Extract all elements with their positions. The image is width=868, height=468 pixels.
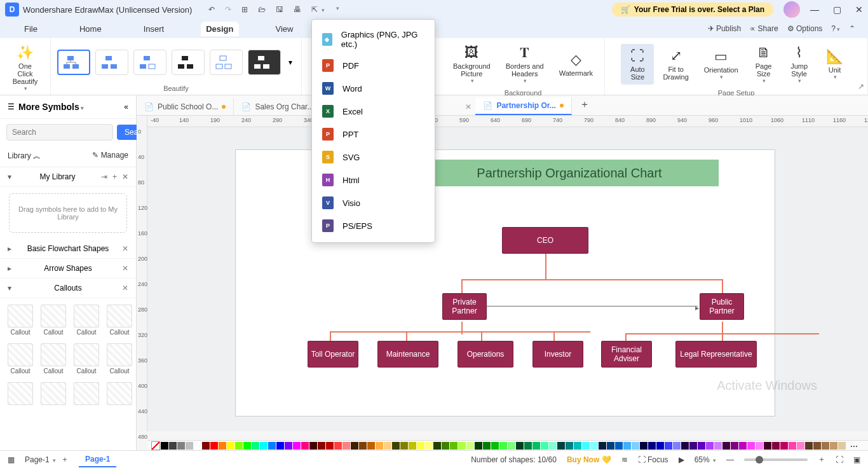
color-swatch[interactable]: [698, 442, 705, 450]
callout-item[interactable]: Callout: [5, 302, 36, 338]
node-maintenance[interactable]: Maintenance: [377, 341, 438, 368]
add-page-button[interactable]: ＋: [61, 454, 69, 465]
theme-more-icon[interactable]: ▾: [288, 58, 292, 67]
color-swatch[interactable]: [797, 442, 804, 450]
minimize-icon[interactable]: —: [810, 4, 819, 15]
color-swatch[interactable]: [665, 442, 672, 450]
close-tab-icon[interactable]: ✕: [461, 99, 475, 115]
fullscreen-icon[interactable]: ▣: [853, 455, 860, 464]
color-swatch[interactable]: [706, 442, 714, 450]
save-icon[interactable]: 🖫: [276, 5, 283, 14]
color-swatch[interactable]: [731, 442, 738, 450]
color-swatch[interactable]: [417, 442, 424, 450]
add-tab-button[interactable]: ＋: [572, 94, 597, 115]
undo-icon[interactable]: ↶: [208, 5, 215, 14]
search-input[interactable]: [6, 124, 113, 141]
color-swatch[interactable]: [442, 442, 449, 450]
open-icon[interactable]: 🗁: [258, 5, 266, 14]
color-swatch[interactable]: [433, 442, 441, 450]
page-size-button[interactable]: 🗎Page Size ▾: [747, 41, 780, 88]
color-swatch[interactable]: [549, 442, 557, 450]
menu-file[interactable]: File: [19, 22, 43, 36]
color-swatch[interactable]: [219, 442, 226, 450]
color-swatch[interactable]: [334, 442, 342, 450]
node-operations[interactable]: Operations: [458, 341, 513, 368]
color-swatch[interactable]: [425, 442, 433, 450]
color-swatch[interactable]: [309, 442, 317, 450]
color-swatch[interactable]: [326, 442, 334, 450]
color-swatch[interactable]: [599, 442, 606, 450]
color-swatch[interactable]: [789, 442, 796, 450]
color-swatch[interactable]: [805, 442, 813, 450]
color-swatch[interactable]: [210, 442, 218, 450]
collapse-sidebar-icon[interactable]: «: [124, 102, 128, 111]
layers-icon[interactable]: ≋: [621, 455, 628, 464]
color-swatch[interactable]: [491, 442, 499, 450]
publish-button[interactable]: ✈ Publish: [708, 24, 742, 33]
callout-item[interactable]: Callout: [71, 341, 102, 377]
color-swatch[interactable]: [681, 442, 689, 450]
menu-insert[interactable]: Insert: [139, 22, 170, 36]
color-swatch[interactable]: [623, 442, 631, 450]
node-legal-rep[interactable]: Legal Representative: [675, 341, 757, 368]
color-swatch[interactable]: [532, 442, 540, 450]
color-swatch[interactable]: [607, 442, 614, 450]
color-swatch[interactable]: [640, 442, 648, 450]
callout-item[interactable]: Callout: [38, 302, 69, 338]
color-swatch[interactable]: [582, 442, 590, 450]
doc-tab-1[interactable]: 📄Public School O...: [137, 99, 234, 115]
color-swatch[interactable]: [714, 442, 722, 450]
color-swatch[interactable]: [813, 442, 821, 450]
focus-button[interactable]: ⛶ Focus: [638, 455, 668, 464]
export-ppt[interactable]: PPPT: [312, 123, 435, 146]
color-swatch[interactable]: [747, 442, 755, 450]
chart-title[interactable]: Partnership Organizational Chart: [420, 160, 719, 186]
import-icon[interactable]: ⇥: [101, 172, 107, 181]
basic-flowchart-section[interactable]: Basic Flowchart Shapes✕: [0, 239, 136, 259]
export-visio[interactable]: VVisio: [312, 191, 435, 214]
color-swatch[interactable]: [227, 442, 234, 450]
one-click-beautify-button[interactable]: ✨One Click Beautify ▾: [5, 41, 45, 95]
page-selector[interactable]: Page-1 ▾: [25, 455, 56, 464]
color-swatch[interactable]: [541, 442, 548, 450]
color-swatch[interactable]: [458, 442, 466, 450]
arrow-shapes-section[interactable]: Arrow Shapes✕: [0, 259, 136, 279]
color-swatch[interactable]: [483, 442, 491, 450]
layout-icon[interactable]: ▦: [8, 455, 15, 464]
color-swatch[interactable]: [293, 442, 301, 450]
color-swatch[interactable]: [673, 442, 681, 450]
canvas[interactable]: Partnership Organizational Chart ▸ CEO P…: [147, 127, 868, 431]
callout-item[interactable]: Callout: [104, 302, 135, 338]
export-html[interactable]: HHtml: [312, 169, 435, 191]
color-swatch[interactable]: [566, 442, 573, 450]
page-tab-1[interactable]: Page-1: [79, 452, 116, 467]
doc-tab-3[interactable]: 📄Partnership Or...: [475, 97, 571, 115]
color-swatch[interactable]: [268, 442, 276, 450]
no-color-swatch[interactable]: [151, 441, 160, 450]
node-private-partner[interactable]: Private Partner: [442, 293, 487, 320]
unit-button[interactable]: 📐Unit ▾: [818, 45, 851, 84]
color-swatch[interactable]: [252, 442, 259, 450]
more-symbols-button[interactable]: More Symbols▾: [18, 102, 124, 112]
color-swatch[interactable]: [318, 442, 325, 450]
node-public-partner[interactable]: Public Partner: [700, 293, 744, 320]
export-pseps[interactable]: PPS/EPS: [312, 214, 435, 237]
color-swatch[interactable]: [186, 442, 193, 450]
color-swatch[interactable]: [590, 442, 598, 450]
color-swatch[interactable]: [516, 442, 524, 450]
color-swatch[interactable]: [830, 442, 837, 450]
node-financial-adviser[interactable]: Financial Adviser: [601, 341, 652, 368]
export-icon[interactable]: ⇱ ▾: [311, 5, 324, 14]
zoom-level[interactable]: 65% ▾: [695, 455, 716, 464]
theme-6[interactable]: [248, 50, 281, 75]
color-swatch[interactable]: [656, 442, 664, 450]
color-swatch[interactable]: [615, 442, 623, 450]
color-swatch[interactable]: [235, 442, 243, 450]
color-swatch[interactable]: [367, 442, 375, 450]
color-swatch[interactable]: [194, 442, 201, 450]
color-swatch[interactable]: [475, 442, 482, 450]
color-swatch[interactable]: [392, 442, 400, 450]
color-swatch[interactable]: [260, 442, 268, 450]
node-investor[interactable]: Investor: [532, 341, 583, 368]
color-swatch[interactable]: [722, 442, 730, 450]
